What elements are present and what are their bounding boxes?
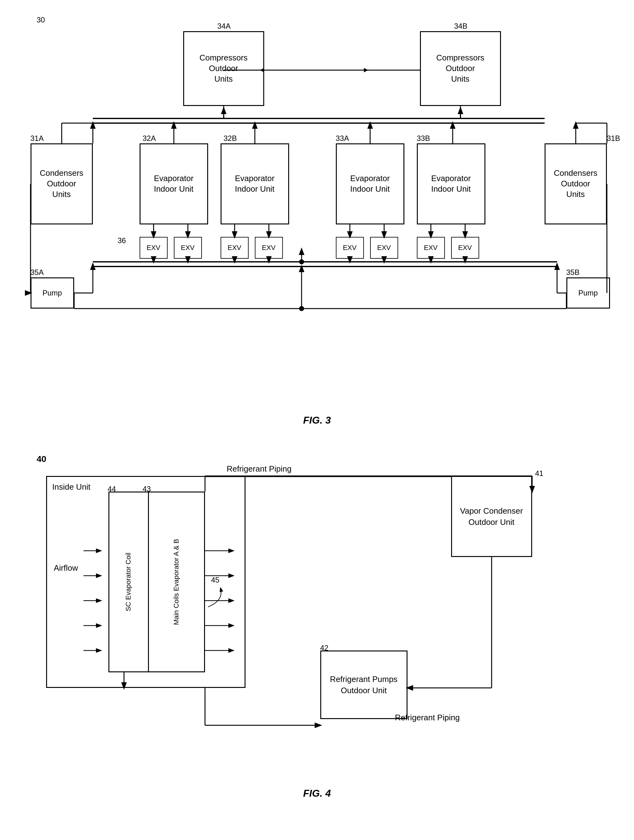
pump-35b-box: Pump: [566, 277, 610, 309]
refrig-piping-top-label: Refrigerant Piping: [227, 464, 292, 474]
vapor-condenser-box: Vapor Condenser Outdoor Unit: [451, 476, 532, 557]
condenser-31b-box: CondensersOutdoorUnits: [544, 144, 607, 224]
inside-unit-label: Inside Unit: [52, 482, 91, 492]
exv-3-label: EXV: [227, 243, 241, 253]
svg-point-48: [299, 306, 304, 311]
evap-33a-text: EvaporatorIndoor Unit: [350, 173, 390, 194]
evap-32b-text: EvaporatorIndoor Unit: [235, 173, 274, 194]
fig4-ref-40: 40: [37, 454, 46, 464]
ref-45: 45: [211, 576, 220, 584]
exv-8: EXV: [451, 237, 479, 259]
sc-evap-coil-text: SC Evaporator Coil: [124, 553, 133, 611]
compressor-34a-text: CompressorsOutdoorUnits: [199, 53, 248, 84]
evap-32a-box: EvaporatorIndoor Unit: [140, 144, 208, 224]
ref-31a: 31A: [30, 134, 44, 143]
exv-2-label: EXV: [181, 243, 194, 253]
pump-35a-box: Pump: [30, 277, 74, 309]
compressor-34a-box: CompressorsOutdoorUnits: [183, 31, 264, 106]
exv-5: EXV: [336, 237, 364, 259]
figure-3-container: 30 CompressorsOutdoorUnits 34A Compresso…: [21, 13, 613, 411]
evap-32a-text: EvaporatorIndoor Unit: [154, 173, 194, 194]
evap-33b-text: EvaporatorIndoor Unit: [431, 173, 471, 194]
pump-35b-text: Pump: [578, 288, 598, 298]
refrig-pump-box: Refrigerant Pumps Outdoor Unit: [320, 651, 407, 719]
ref-33b: 33B: [417, 134, 430, 143]
ref-33a: 33A: [336, 134, 349, 143]
fig3-caption: FIG. 3: [19, 415, 615, 426]
exv-4-label: EXV: [262, 243, 275, 253]
main-coils-text: Main Coils Evaporator A & B: [172, 539, 181, 625]
ref-43: 43: [143, 485, 151, 493]
ref-32b: 32B: [224, 134, 237, 143]
refrig-piping-bottom-label: Refrigerant Piping: [395, 713, 460, 723]
figure-4-container: 40 Inside Unit Airflow SC Evaporator Coi…: [21, 451, 613, 794]
exv-1-label: EXV: [147, 243, 160, 253]
ref-32a: 32A: [143, 134, 156, 143]
fig3-svg: [21, 13, 613, 411]
evap-32b-box: EvaporatorIndoor Unit: [221, 144, 289, 224]
condenser-31a-text: CondensersOutdoorUnits: [39, 168, 83, 199]
exv-7: EXV: [417, 237, 445, 259]
ref-36: 36: [118, 236, 126, 245]
vapor-condenser-text: Vapor Condenser Outdoor Unit: [452, 505, 531, 528]
pump-35a-text: Pump: [43, 288, 62, 298]
refrig-pump-text: Refrigerant Pumps Outdoor Unit: [321, 674, 407, 696]
condenser-31b-text: CondensersOutdoorUnits: [554, 168, 597, 199]
evap-33b-box: EvaporatorIndoor Unit: [417, 144, 486, 224]
compressor-34b-text: CompressorsOutdoorUnits: [436, 53, 484, 84]
exv-7-label: EXV: [424, 243, 437, 253]
exv-6: EXV: [370, 237, 398, 259]
ref-42: 42: [320, 644, 329, 652]
exv-2: EXV: [174, 237, 202, 259]
ref-34b: 34B: [454, 22, 468, 30]
ref-41: 41: [535, 469, 544, 478]
exv-5-label: EXV: [343, 243, 356, 253]
exv-3: EXV: [221, 237, 249, 259]
ref-34a: 34A: [218, 22, 231, 30]
exv-1: EXV: [140, 237, 168, 259]
fig3-ref-30: 30: [37, 16, 45, 24]
svg-point-34: [299, 259, 304, 264]
ref-31b: 31B: [607, 134, 620, 143]
airflow-label: Airflow: [54, 563, 78, 573]
exv-8-label: EXV: [458, 243, 472, 253]
condenser-31a-box: CondensersOutdoorUnits: [30, 144, 93, 224]
ref-35a: 35A: [30, 268, 44, 277]
exv-4: EXV: [255, 237, 283, 259]
evap-33a-box: EvaporatorIndoor Unit: [336, 144, 404, 224]
exv-6-label: EXV: [377, 243, 391, 253]
main-coils-box: Main Coils Evaporator A & B: [149, 493, 204, 671]
compressor-34b-box: CompressorsOutdoorUnits: [420, 31, 501, 106]
ref-35b: 35B: [566, 268, 580, 277]
svg-marker-3: [364, 68, 368, 72]
coil-outer-box: SC Evaporator Coil Main Coils Evaporator…: [109, 491, 205, 672]
ref-44: 44: [108, 485, 116, 493]
sc-evap-coil-box: SC Evaporator Coil: [109, 493, 149, 671]
